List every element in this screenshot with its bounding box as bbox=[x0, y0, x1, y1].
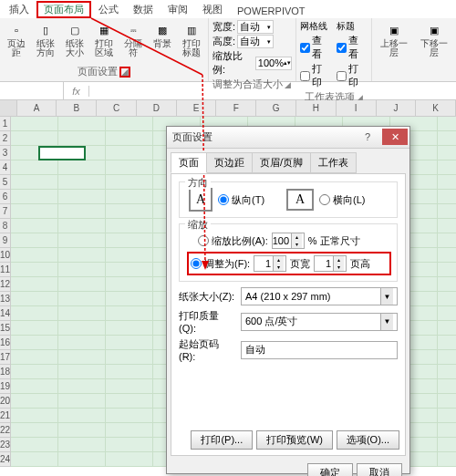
row-header[interactable]: 15 bbox=[0, 321, 11, 336]
page-setup-dialog: 页面设置 ? 页面 页边距 页眉/页脚 工作表 方向 A 纵向(T) A 横向(… bbox=[166, 126, 410, 474]
fit-width-label: 页宽 bbox=[290, 257, 310, 271]
margins-button[interactable]: ▫页边距 bbox=[4, 20, 29, 59]
dialog-help-button[interactable]: ? bbox=[357, 129, 378, 145]
tab-review[interactable]: 审阅 bbox=[161, 1, 195, 18]
col-header[interactable]: B bbox=[57, 100, 97, 117]
ribbon-tabs: 插入 页面布局 公式 数据 审阅 视图 POWERPIVOT bbox=[0, 0, 456, 18]
col-header[interactable]: H bbox=[296, 100, 337, 117]
page-setup-launcher[interactable]: ◢ bbox=[119, 67, 130, 78]
scaling-group-label: 缩放 bbox=[185, 218, 211, 232]
paper-size-label: 纸张大小(Z): bbox=[179, 290, 235, 304]
adjust-to-suffix: % 正常尺寸 bbox=[308, 234, 360, 248]
tab-page-layout[interactable]: 页面布局 bbox=[36, 1, 91, 18]
fit-to-radio[interactable]: 调整为(F): bbox=[191, 257, 250, 271]
row-header[interactable]: 20 bbox=[0, 394, 11, 409]
col-header[interactable]: I bbox=[337, 100, 377, 117]
landscape-icon: A bbox=[286, 189, 314, 211]
print-button[interactable]: 打印(P)... bbox=[191, 430, 253, 450]
backward-icon: ▣ bbox=[426, 22, 442, 38]
width-select[interactable]: 自动▾ bbox=[237, 20, 274, 34]
cell-selection bbox=[38, 146, 86, 160]
row-header[interactable]: 5 bbox=[0, 175, 11, 190]
row-header[interactable]: 14 bbox=[0, 306, 11, 321]
fit-height-input[interactable]: ▴▾ bbox=[314, 255, 347, 272]
print-area-button[interactable]: ▦打印区域 bbox=[91, 20, 117, 59]
gridlines-view-check[interactable]: 查看 bbox=[300, 34, 331, 61]
headings-label: 标题 bbox=[337, 20, 368, 33]
col-header[interactable]: F bbox=[216, 100, 256, 117]
row-header[interactable]: 24 bbox=[0, 452, 11, 467]
row-header[interactable]: 3 bbox=[0, 146, 11, 160]
headings-print-check[interactable]: 打印 bbox=[337, 62, 368, 89]
cancel-button[interactable]: 取消 bbox=[357, 463, 402, 476]
print-quality-select[interactable]: 600 点/英寸▼ bbox=[241, 313, 398, 331]
adjust-to-radio[interactable]: 缩放比例(A): bbox=[198, 234, 268, 248]
tab-view[interactable]: 视图 bbox=[195, 1, 230, 18]
row-header[interactable]: 8 bbox=[0, 219, 11, 233]
row-header[interactable]: 4 bbox=[0, 160, 11, 175]
scale-input[interactable]: 100%▴▾ bbox=[255, 57, 292, 70]
options-button[interactable]: 选项(O)... bbox=[337, 430, 399, 450]
row-header[interactable]: 16 bbox=[0, 336, 11, 350]
row-header[interactable]: 13 bbox=[0, 292, 11, 306]
group-page-setup-label: 页面设置 bbox=[78, 65, 118, 78]
tab-margins[interactable]: 页边距 bbox=[206, 152, 253, 173]
headings-view-check[interactable]: 查看 bbox=[337, 34, 368, 61]
row-header[interactable]: 19 bbox=[0, 379, 11, 394]
col-header[interactable]: G bbox=[256, 100, 296, 117]
col-header[interactable]: A bbox=[17, 100, 57, 117]
fit-width-input[interactable]: ▴▾ bbox=[254, 255, 286, 272]
first-page-input[interactable] bbox=[241, 341, 398, 359]
col-header[interactable]: D bbox=[137, 100, 177, 117]
height-label: 高度: bbox=[212, 35, 235, 48]
breaks-button[interactable]: ⎓分隔符 bbox=[120, 20, 146, 59]
row-header[interactable]: 10 bbox=[0, 248, 11, 263]
portrait-radio[interactable]: 纵向(T) bbox=[218, 193, 264, 207]
bring-forward-button[interactable]: ▣上移一层 bbox=[376, 20, 412, 59]
orientation-button[interactable]: ▯纸张方向 bbox=[33, 20, 58, 59]
row-header[interactable]: 2 bbox=[0, 131, 11, 146]
row-header[interactable]: 18 bbox=[0, 365, 11, 379]
col-header[interactable]: K bbox=[416, 100, 456, 117]
fx-icon[interactable]: fx bbox=[64, 86, 89, 97]
first-page-label: 起始页码(R): bbox=[179, 337, 235, 362]
print-titles-button[interactable]: ▥打印标题 bbox=[179, 20, 204, 59]
row-header[interactable]: 9 bbox=[0, 233, 11, 248]
portrait-icon: A bbox=[189, 188, 212, 212]
dialog-close-button[interactable] bbox=[382, 129, 408, 145]
row-header[interactable]: 22 bbox=[0, 423, 11, 438]
col-header[interactable]: C bbox=[97, 100, 137, 117]
print-quality-label: 打印质量(Q): bbox=[179, 309, 235, 334]
ribbon: ▫页边距 ▯纸张方向 ▢纸张大小 ▦打印区域 ⎓分隔符 ▩背景 ▥打印标题 页面… bbox=[0, 18, 456, 82]
row-header[interactable]: 17 bbox=[0, 350, 11, 365]
landscape-radio[interactable]: 横向(L) bbox=[319, 193, 365, 207]
tab-insert[interactable]: 插入 bbox=[2, 1, 36, 18]
ok-button[interactable]: 确定 bbox=[307, 463, 353, 476]
tab-powerpivot[interactable]: POWERPIVOT bbox=[230, 4, 313, 18]
tab-data[interactable]: 数据 bbox=[126, 1, 161, 18]
row-header[interactable]: 1 bbox=[0, 117, 11, 131]
tab-sheet[interactable]: 工作表 bbox=[310, 152, 357, 173]
row-header[interactable]: 23 bbox=[0, 438, 11, 452]
gridlines-print-check[interactable]: 打印 bbox=[300, 62, 331, 89]
print-preview-button[interactable]: 打印预览(W) bbox=[256, 430, 333, 450]
tab-formulas[interactable]: 公式 bbox=[91, 1, 126, 18]
row-header[interactable]: 11 bbox=[0, 263, 11, 277]
send-backward-button[interactable]: ▣下移一层 bbox=[416, 20, 452, 59]
margins-icon: ▫ bbox=[8, 22, 25, 38]
size-button[interactable]: ▢纸张大小 bbox=[62, 20, 88, 59]
row-header[interactable]: 21 bbox=[0, 409, 11, 423]
row-header[interactable]: 7 bbox=[0, 204, 11, 219]
height-select[interactable]: 自动▾ bbox=[237, 35, 274, 48]
paper-size-select[interactable]: A4 (210 x 297 mm)▼ bbox=[241, 287, 398, 305]
adjust-to-input[interactable]: ▴▾ bbox=[272, 233, 305, 249]
background-button[interactable]: ▩背景 bbox=[150, 20, 175, 59]
row-header[interactable]: 12 bbox=[0, 277, 11, 292]
tab-page[interactable]: 页面 bbox=[171, 152, 207, 173]
group-scale-label: 调整为合适大小 bbox=[212, 78, 283, 91]
col-header[interactable]: J bbox=[377, 100, 417, 117]
tab-header-footer[interactable]: 页眉/页脚 bbox=[252, 152, 311, 173]
col-header[interactable]: E bbox=[177, 100, 217, 117]
orientation-icon: ▯ bbox=[37, 22, 54, 38]
row-header[interactable]: 6 bbox=[0, 190, 11, 204]
